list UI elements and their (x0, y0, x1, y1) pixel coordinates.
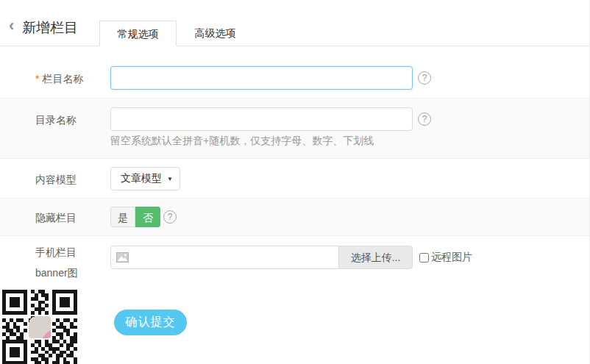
chevron-down-icon: ▼ (167, 176, 173, 182)
form-row-banner: 手机栏目 banner图 选择上传... 远程图片 (0, 236, 590, 288)
banner-label: 手机栏目 banner图 (35, 242, 78, 283)
hide-yes-button[interactable]: 是 (110, 207, 135, 227)
remote-image-checkbox[interactable] (419, 253, 429, 263)
column-name-input[interactable] (110, 66, 413, 90)
image-placeholder-icon (116, 252, 129, 263)
hide-no-button[interactable]: 否 (135, 207, 160, 227)
dir-name-help-icon[interactable]: ? (418, 113, 431, 126)
add-column-page: ‹ 新增栏目 常规选项 高级选项 *栏目名称 ? 目录名称 ? 留空系统默认全拼… (0, 0, 590, 364)
content-model-select[interactable]: 文章模型 ▼ (110, 167, 180, 190)
form-row-hidden-column: 隐藏栏目 是 否 ? (0, 199, 590, 236)
page-title: 新增栏目 (22, 18, 78, 38)
confirm-submit-button[interactable]: 确认提交 (114, 310, 187, 335)
form-row-column-name: *栏目名称 ? (0, 46, 590, 99)
content-model-selected-value: 文章模型 (121, 172, 164, 185)
remote-image-option: 远程图片 (419, 251, 472, 264)
back-icon[interactable]: ‹ (9, 18, 14, 34)
hidden-column-help-icon[interactable]: ? (163, 210, 177, 224)
banner-label-line2: banner图 (35, 263, 78, 283)
hidden-column-label: 隐藏栏目 (35, 212, 77, 225)
choose-upload-button[interactable]: 选择上传... (338, 246, 413, 269)
banner-label-line1: 手机栏目 (35, 242, 78, 263)
dir-name-label: 目录名称 (35, 114, 77, 127)
remote-image-label[interactable]: 远程图片 (431, 251, 472, 264)
tab-advanced-options[interactable]: 高级选项 (177, 21, 254, 46)
tab-general-options[interactable]: 常规选项 (99, 21, 177, 46)
form-row-content-model: 内容模型 文章模型 ▼ (0, 159, 590, 199)
qr-avatar-image (29, 316, 51, 338)
required-asterisk: * (35, 73, 39, 85)
column-name-label: *栏目名称 (35, 73, 83, 86)
column-name-label-text: 栏目名称 (42, 73, 83, 85)
qr-code-image (2, 290, 77, 364)
banner-path-input[interactable] (110, 246, 339, 269)
dir-name-hint: 留空系统默认全拼音+随机数，仅支持字母、数字、下划线 (110, 135, 374, 148)
dir-name-input[interactable] (110, 107, 413, 131)
form-row-dir-name: 目录名称 ? 留空系统默认全拼音+随机数，仅支持字母、数字、下划线 (0, 99, 590, 159)
content-model-label: 内容模型 (35, 174, 77, 187)
column-name-help-icon[interactable]: ? (418, 71, 431, 85)
